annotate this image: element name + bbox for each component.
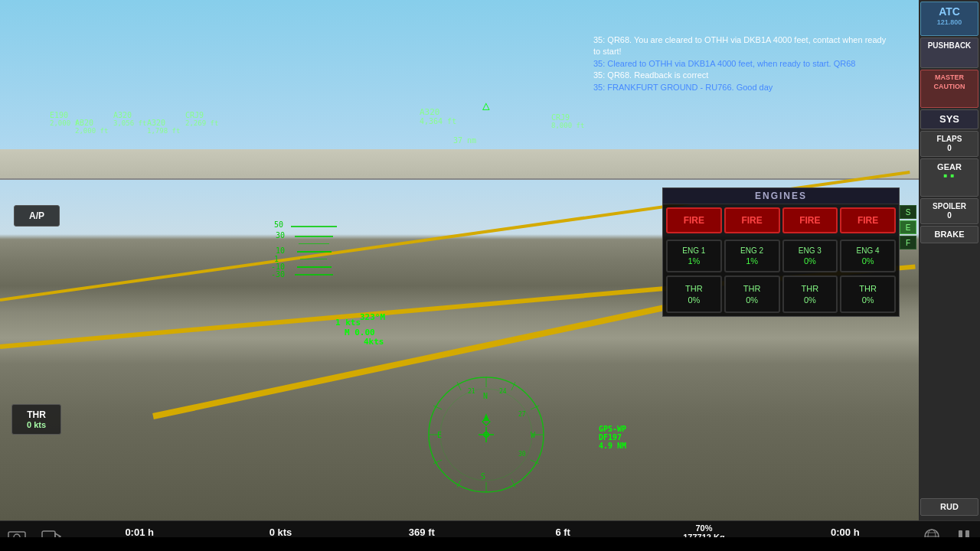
engine-status-2[interactable]: ENG 2 1% [724, 240, 780, 272]
master-caution-label: MASTERCAUTION [923, 73, 976, 91]
gear-button[interactable]: GEAR ■ ■ [920, 158, 978, 197]
eng2-val: 1% [727, 256, 777, 266]
hud-pitch-num-30: 30 [276, 231, 285, 240]
atc-msg-3: 35: QR68. Readback is correct [593, 70, 892, 81]
hud-gps-wp-dist: 4.9 NM [599, 442, 626, 450]
engine-fire-2[interactable]: FIRE [724, 207, 780, 233]
engine-fire-1[interactable]: FIRE [666, 207, 722, 233]
alt-msl-value: 369 ft [409, 527, 435, 538]
hud-pitch-neg30 [295, 274, 333, 276]
atc-label: ATC [923, 5, 976, 18]
hud-pitch-30 [295, 236, 333, 237]
svg-text:30: 30 [518, 451, 526, 458]
hud-pitch-num-neg30: -30 [271, 270, 285, 279]
atc-button[interactable]: ATC 121.800 [920, 2, 978, 36]
airspeed-value: 0 kts [270, 527, 292, 538]
svg-text:W: W [531, 431, 536, 439]
aircraft-label-a320-center: A320 4,364 ft [420, 107, 456, 126]
eng4-val: 0% [843, 256, 893, 266]
svg-text:24: 24 [499, 388, 507, 395]
thr3-label: THR [786, 283, 835, 294]
hud-pitch-num-50: 50 [274, 220, 283, 229]
spoiler-label: SPOILER [923, 202, 976, 211]
ap-button[interactable]: A/P [14, 205, 60, 227]
engine-status-3[interactable]: ENG 3 0% [782, 240, 838, 272]
atc-msg-2: 35: Cleared to OTHH via DKB1A 4000 feet,… [593, 58, 892, 70]
rud-button[interactable]: RUD [920, 498, 978, 516]
right-panel: ATC 121.800 PUSHBACK MASTERCAUTION SYS F… [919, 0, 980, 520]
thr-1[interactable]: THR 0% [666, 276, 722, 313]
atc-msg-1: 35: QR68. You are cleared to OTHH via DK… [593, 34, 892, 58]
bottom-black-bar [0, 537, 980, 551]
engine-status-4[interactable]: ENG 4 0% [840, 240, 896, 272]
eng2-name: ENG 2 [727, 246, 777, 256]
hud-pitch-neg20 [297, 266, 332, 268]
fuel-pct: 70% [695, 523, 712, 533]
spoiler-button[interactable]: SPOILER 0 [920, 198, 978, 224]
hud-pitch-20 [299, 243, 329, 244]
hud-speed: 1 kts [335, 318, 361, 328]
aircraft-label-crj9-2: CRJ9 8,000 ft [551, 113, 584, 129]
engines-status-grid: ENG 1 1% ENG 2 1% ENG 3 0% ENG 4 0% [663, 236, 899, 276]
act-time-value: 0:01 h [125, 527, 154, 538]
thr4-val: 0% [843, 295, 893, 305]
engines-fire-grid: FIRE FIRE FIRE FIRE [663, 204, 899, 236]
master-caution-button[interactable]: MASTERCAUTION [920, 70, 978, 108]
eng4-name: ENG 4 [843, 246, 893, 256]
flaps-value: 0 [923, 144, 976, 153]
brake-button[interactable]: BRAKE [920, 226, 978, 243]
eng1-name: ENG 1 [669, 246, 719, 256]
thr1-label: THR [669, 283, 719, 294]
engine-status-1[interactable]: ENG 1 1% [666, 240, 722, 272]
aircraft-label-crj9-1: CRJ9 2,269 ft [185, 111, 218, 127]
sys-button[interactable]: SYS [920, 109, 978, 129]
hud-pitch-neg10 [300, 259, 327, 259]
thr-3[interactable]: THR 0% [782, 276, 838, 313]
thr-button[interactable]: THR 0 kts [11, 404, 61, 435]
airport-strip [0, 149, 919, 180]
thr2-label: THR [727, 283, 777, 294]
thr4-label: THR [843, 283, 893, 294]
sef-tab-f[interactable]: F [900, 236, 916, 249]
sef-tab-e[interactable]: E [900, 220, 916, 234]
svg-text:E: E [437, 431, 442, 439]
taxiway-line-3 [152, 302, 678, 419]
flaps-button[interactable]: FLAPS 0 [920, 131, 978, 157]
flight-time-value: 0:00 h [831, 527, 860, 538]
hud-gps-wp-id: DF197 [599, 433, 622, 442]
aircraft-label-a320-3: A320 1,798 ft [147, 119, 180, 135]
thr-4[interactable]: THR 0% [840, 276, 896, 313]
sef-tabs: S E F [900, 205, 916, 249]
sef-tab-s[interactable]: S [900, 205, 916, 219]
engines-thr-grid: THR 0% THR 0% THR 0% THR 0% [663, 276, 899, 316]
gear-indicator: ■ ■ [923, 172, 976, 180]
engine-fire-4[interactable]: FIRE [840, 207, 896, 233]
thr2-val: 0% [727, 295, 777, 305]
hud-heading: 323°M [360, 312, 385, 322]
atc-messages: 35: QR68. You are cleared to OTHH via DK… [593, 34, 892, 93]
hud-wind: 4kts [364, 337, 384, 347]
hud-gps-wp-label: GPS-WP [599, 425, 626, 433]
eng3-name: ENG 3 [786, 246, 835, 256]
compass-container: N S E W 21 24 27 30 [425, 373, 547, 499]
panel-spacer [920, 245, 978, 497]
thr1-val: 0% [669, 295, 719, 305]
pushback-button[interactable]: PUSHBACK [920, 37, 978, 68]
engines-panel: ENGINES FIRE FIRE FIRE FIRE ENG 1 1% ENG… [662, 187, 900, 317]
thr3-val: 0% [786, 295, 835, 305]
thr-label: THR [18, 409, 54, 420]
alt-agl-value: 6 ft [555, 527, 570, 538]
engine-fire-3[interactable]: FIRE [782, 207, 838, 233]
hud-pitch-50 [291, 226, 337, 227]
gear-label: GEAR [923, 162, 976, 172]
svg-text:27: 27 [518, 411, 526, 418]
hud-pitch-10 [297, 251, 332, 253]
engines-title: ENGINES [663, 188, 899, 204]
aircraft-label-a320-2: A320 3,056 ft [113, 111, 146, 127]
svg-text:S: S [481, 472, 485, 481]
atc-freq: 121.800 [923, 18, 976, 27]
flaps-label: FLAPS [923, 135, 976, 144]
spoiler-value: 0 [923, 211, 976, 220]
eng1-val: 1% [669, 256, 719, 266]
thr-2[interactable]: THR 0% [724, 276, 780, 313]
